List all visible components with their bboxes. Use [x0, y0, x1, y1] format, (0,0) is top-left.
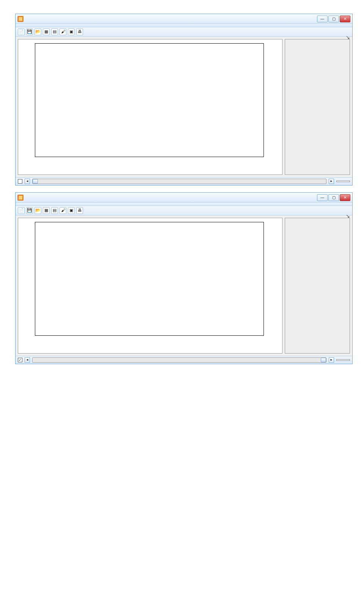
minimize-button[interactable]: —: [317, 16, 328, 22]
maximize-button[interactable]: ▢: [328, 194, 339, 201]
app-window: — ▢ ✕ 📄 💾 📂 ▦ ▤ 🖌 ▣ 🖶 ↘: [15, 192, 353, 364]
toolbar: 📄 💾 📂 ▦ ▤ 🖌 ▣ 🖶: [16, 206, 352, 215]
grid-icon[interactable]: ▦: [43, 207, 50, 214]
titlebar[interactable]: — ▢ ✕: [16, 14, 352, 24]
scrollbar-track[interactable]: [32, 179, 326, 184]
minimize-button[interactable]: —: [317, 194, 328, 201]
statusbar: ✓ ◄ ►: [16, 356, 352, 364]
brush-icon[interactable]: 🖌: [60, 28, 66, 35]
axes-icon[interactable]: ▣: [68, 207, 75, 214]
plot-panel: [18, 218, 282, 354]
close-button[interactable]: ✕: [340, 16, 350, 22]
scroll-left-icon[interactable]: ◄: [25, 357, 30, 363]
statusbar: ◄ ►: [16, 177, 352, 185]
app-icon: [17, 195, 24, 201]
print-icon[interactable]: 🖶: [76, 207, 83, 214]
axes[interactable]: [35, 43, 264, 157]
axes-icon[interactable]: ▣: [68, 28, 75, 35]
new-file-icon[interactable]: 📄: [18, 28, 25, 35]
plot-panel: [18, 39, 282, 175]
open-icon[interactable]: 📂: [35, 207, 41, 214]
axes[interactable]: [35, 222, 264, 336]
side-panel: [285, 39, 350, 175]
scrollbar-track[interactable]: [32, 357, 326, 363]
scroll-enable-checkbox[interactable]: [18, 179, 22, 184]
app-icon: [17, 16, 24, 22]
new-file-icon[interactable]: 📄: [18, 207, 25, 214]
dock-toggle-icon[interactable]: ↘: [346, 34, 350, 42]
toolbar: 📄 💾 📂 ▦ ▤ 🖌 ▣ 🖶: [16, 27, 352, 37]
menubar: [16, 203, 352, 206]
save-icon[interactable]: 💾: [26, 207, 33, 214]
grid-icon[interactable]: ▦: [43, 28, 50, 35]
save-icon[interactable]: 💾: [26, 28, 33, 35]
scroll-value[interactable]: [336, 181, 350, 182]
brush-icon[interactable]: 🖌: [60, 207, 66, 214]
scrollbar-thumb[interactable]: [321, 358, 326, 362]
titlebar[interactable]: — ▢ ✕: [16, 193, 352, 203]
scrollbar-thumb[interactable]: [33, 179, 38, 184]
layout-icon[interactable]: ▤: [51, 28, 58, 35]
scroll-right-icon[interactable]: ►: [329, 357, 334, 363]
open-icon[interactable]: 📂: [35, 28, 41, 35]
maximize-button[interactable]: ▢: [328, 16, 339, 22]
scroll-right-icon[interactable]: ►: [329, 179, 334, 184]
close-button[interactable]: ✕: [340, 194, 350, 201]
menubar: [16, 24, 352, 27]
print-icon[interactable]: 🖶: [76, 28, 83, 35]
scroll-value[interactable]: [336, 359, 350, 361]
layout-icon[interactable]: ▤: [51, 207, 58, 214]
side-panel: [285, 218, 350, 354]
app-window: — ▢ ✕ 📄 💾 📂 ▦ ▤ 🖌 ▣ 🖶 ↘: [15, 14, 353, 186]
scroll-enable-checkbox[interactable]: ✓: [18, 358, 22, 362]
dock-toggle-icon[interactable]: ↘: [346, 212, 350, 220]
scroll-left-icon[interactable]: ◄: [25, 179, 30, 184]
